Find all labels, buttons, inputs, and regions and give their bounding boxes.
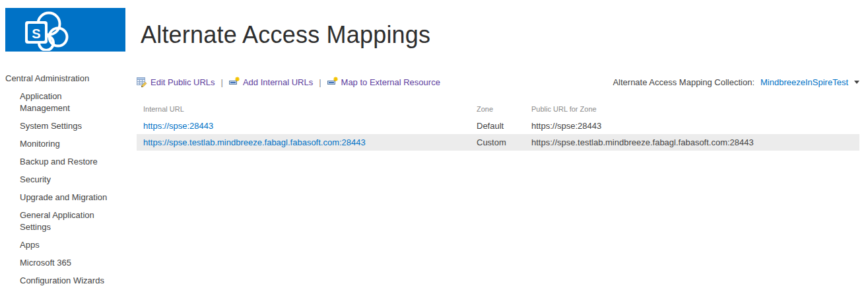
sidebar-item-security[interactable]: Security xyxy=(5,174,114,186)
collection-value-dropdown[interactable]: MindbreezeInSpireTest xyxy=(760,77,848,87)
edit-public-urls-link[interactable]: Edit Public URLs xyxy=(137,77,215,87)
public-url-cell: https://spse:28443 xyxy=(525,121,859,131)
table-row: https://spse:28443 Default https://spse:… xyxy=(137,118,859,134)
column-header-internal-url: Internal URL xyxy=(137,105,470,113)
internal-url-link[interactable]: https://spse:28443 xyxy=(143,121,213,131)
zone-cell: Custom xyxy=(470,137,525,147)
collection-selector: Alternate Access Mapping Collection: Min… xyxy=(613,77,859,87)
sidebar-item-apps[interactable]: Apps xyxy=(5,239,114,251)
toolbar: Edit Public URLs | Add Internal URLs | xyxy=(137,75,859,89)
public-url-cell: https://spse.testlab.mindbreeze.fabagl.f… xyxy=(525,137,859,147)
sidebar-item-backup-and-restore[interactable]: Backup and Restore xyxy=(5,156,114,168)
sidebar-item-upgrade-and-migration[interactable]: Upgrade and Migration xyxy=(5,192,114,203)
alternate-access-mappings-table: Internal URL Zone Public URL for Zone ht… xyxy=(137,100,859,151)
zone-cell: Default xyxy=(470,121,525,131)
sidebar-item-monitoring[interactable]: Monitoring xyxy=(5,138,114,150)
table-row: https://spse.testlab.mindbreeze.fabagl.f… xyxy=(137,134,859,151)
add-url-icon xyxy=(229,77,240,87)
sharepoint-logo-icon: S xyxy=(16,10,77,51)
internal-url-link[interactable]: https://spse.testlab.mindbreeze.fabagl.f… xyxy=(143,137,366,147)
svg-text:S: S xyxy=(32,26,40,41)
page-title: Alternate Access Mappings xyxy=(141,21,430,49)
toolbar-separator: | xyxy=(319,77,321,87)
sharepoint-logo[interactable]: S xyxy=(5,8,125,52)
sidebar-item-configuration-wizards[interactable]: Configuration Wizards xyxy=(5,275,114,287)
chevron-down-icon[interactable] xyxy=(854,81,859,84)
sidebar-nav: Central Administration Application Manag… xyxy=(5,73,131,293)
toolbar-separator: | xyxy=(221,77,223,87)
column-header-zone: Zone xyxy=(470,105,525,113)
edit-table-icon xyxy=(137,77,147,87)
sidebar-item-system-settings[interactable]: System Settings xyxy=(5,120,114,132)
map-external-resource-icon xyxy=(327,77,338,87)
sidebar-item-application-management[interactable]: Application Management xyxy=(5,91,114,114)
map-to-external-resource-link[interactable]: Map to External Resource xyxy=(327,77,440,87)
sidebar-item-central-administration[interactable]: Central Administration xyxy=(5,73,131,85)
add-internal-urls-link[interactable]: Add Internal URLs xyxy=(229,77,313,87)
sidebar-item-microsoft-365[interactable]: Microsoft 365 xyxy=(5,257,114,269)
table-header-row: Internal URL Zone Public URL for Zone xyxy=(137,100,859,118)
sidebar-item-general-application-settings[interactable]: General Application Settings xyxy=(5,209,114,233)
collection-label: Alternate Access Mapping Collection: xyxy=(613,77,754,87)
toolbar-actions: Edit Public URLs | Add Internal URLs | xyxy=(137,77,440,87)
column-header-public-url: Public URL for Zone xyxy=(525,105,859,113)
